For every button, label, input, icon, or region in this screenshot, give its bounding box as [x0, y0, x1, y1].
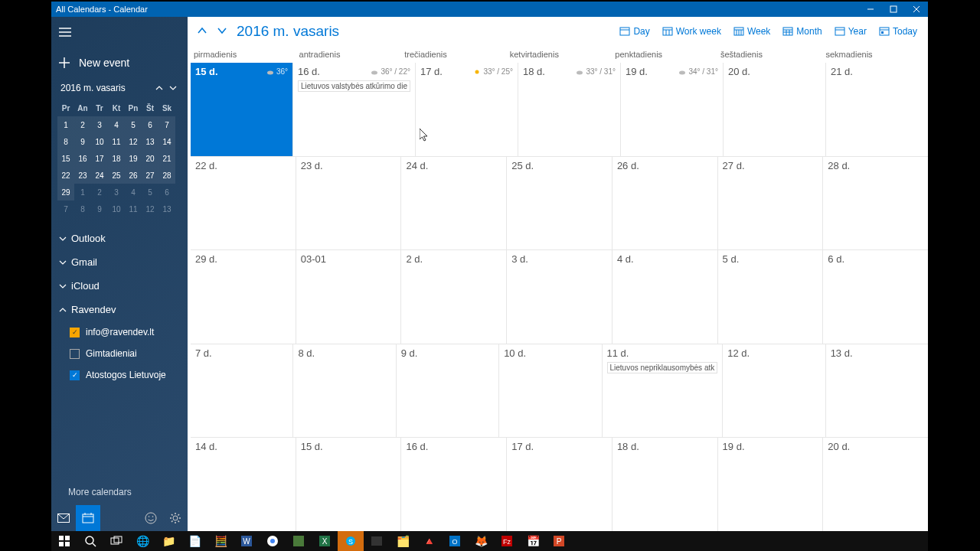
day-cell[interactable]: 23 d. [296, 157, 401, 250]
mini-cal-day[interactable]: 1 [74, 184, 91, 201]
tb-filezilla[interactable]: Fz [494, 531, 520, 551]
day-cell[interactable]: 24 d. [400, 157, 506, 250]
day-cell[interactable]: 6 d. [822, 250, 928, 344]
view-workweek-button[interactable]: Work week [658, 23, 726, 40]
checkbox-checked-icon[interactable]: ✓ [70, 328, 80, 337]
mini-cal-day[interactable]: 29 [57, 184, 74, 201]
next-period-button[interactable] [212, 21, 232, 41]
mini-cal-day[interactable]: 11 [125, 201, 142, 217]
account-icloud[interactable]: iCloud [51, 274, 188, 298]
prev-period-button[interactable] [192, 21, 212, 41]
mini-cal-day[interactable]: 13 [142, 133, 158, 150]
view-day-button[interactable]: Day [615, 23, 654, 40]
day-cell[interactable]: 18 d. [612, 438, 717, 531]
mini-cal-day[interactable]: 12 [142, 201, 158, 217]
day-cell[interactable]: 10 d. [498, 344, 601, 438]
mini-cal-day[interactable]: 22 [57, 167, 74, 184]
mini-cal-day[interactable]: 10 [91, 133, 108, 150]
view-week-button[interactable]: Week [729, 23, 775, 40]
mini-cal-day[interactable]: 25 [108, 167, 125, 184]
tb-edge[interactable]: 🌐 [129, 531, 155, 551]
view-year-button[interactable]: Year [830, 23, 871, 40]
maximize-button[interactable] [882, 2, 905, 17]
mini-cal-day[interactable]: 16 [74, 150, 91, 167]
mini-cal-day[interactable]: 7 [158, 116, 175, 133]
mini-cal-day[interactable]: 12 [125, 133, 142, 150]
mini-cal-day[interactable]: 17 [91, 150, 108, 167]
hamburger-menu[interactable] [51, 17, 188, 49]
mini-cal-prev[interactable] [152, 81, 166, 95]
mini-cal-day[interactable]: 1 [57, 116, 74, 133]
day-cell[interactable]: 17 d. [506, 438, 612, 531]
day-cell[interactable]: 14 d. [191, 438, 296, 531]
mini-cal-day[interactable]: 23 [74, 167, 91, 184]
tb-notepad[interactable]: 📄 [181, 531, 207, 551]
more-calendars-link[interactable]: More calendars [51, 481, 188, 504]
mini-cal-day[interactable]: 2 [91, 184, 108, 201]
day-cell[interactable]: 4 d. [612, 250, 717, 344]
mini-cal-day[interactable]: 21 [158, 150, 175, 167]
mini-cal-day[interactable]: 13 [158, 201, 175, 217]
day-cell[interactable]: 21 d. [825, 63, 928, 156]
day-cell[interactable]: 16 d. [400, 438, 506, 531]
taskbar[interactable]: 🌐 📁 📄 🧮 W X S 🗂️ 🔺 O 🦊 Fz 📅 P [51, 531, 928, 551]
day-cell[interactable]: 20 d. [822, 438, 928, 531]
day-cell[interactable]: 3 d. [506, 250, 612, 344]
mini-cal-day[interactable]: 24 [91, 167, 108, 184]
tb-skype[interactable]: S [338, 531, 364, 551]
mini-cal-day[interactable]: 10 [108, 201, 125, 217]
feedback-button[interactable] [139, 505, 163, 531]
calendar-event[interactable]: Lietuvos valstybės atkūrimo die [298, 80, 410, 92]
tb-calendar[interactable]: 📅 [520, 531, 546, 551]
day-cell[interactable]: 5 d. [717, 250, 823, 344]
day-cell[interactable]: 25 d. [506, 157, 612, 250]
mini-cal-day[interactable]: 8 [74, 201, 91, 217]
mini-cal-day[interactable]: 27 [142, 167, 158, 184]
day-cell[interactable]: 22 d. [191, 157, 296, 250]
account-outlook[interactable]: Outlook [51, 227, 188, 250]
start-button[interactable] [51, 531, 77, 551]
tb-chrome[interactable] [260, 531, 286, 551]
day-cell[interactable]: 26 d. [612, 157, 717, 250]
mini-cal-day[interactable]: 3 [91, 116, 108, 133]
day-cell[interactable]: 8 d. [292, 344, 395, 438]
mail-button[interactable] [51, 505, 76, 531]
mini-cal-day[interactable]: 4 [108, 116, 125, 133]
tb-excel[interactable]: X [312, 531, 338, 551]
mini-cal-day[interactable]: 9 [74, 133, 91, 150]
minimize-button[interactable] [859, 2, 882, 17]
day-cell[interactable]: 18 d.33° / 31° [518, 63, 620, 156]
tb-word[interactable]: W [234, 531, 260, 551]
mini-cal-day[interactable]: 14 [158, 133, 175, 150]
mini-cal-day[interactable]: 7 [57, 201, 74, 217]
mini-cal-day[interactable]: 9 [91, 201, 108, 217]
checkbox-checked-icon[interactable]: ✓ [70, 370, 80, 380]
mini-cal-day[interactable]: 4 [125, 184, 142, 201]
mini-cal-day[interactable]: 3 [108, 184, 125, 201]
calendar-gimtadieniai[interactable]: Gimtadieniai [67, 343, 188, 364]
calendar-event[interactable]: Lietuvos nepriklausomybės atk [607, 362, 718, 373]
view-today-button[interactable]: Today [874, 23, 922, 40]
mini-cal-day[interactable]: 26 [125, 167, 142, 184]
day-cell[interactable]: 2 d. [400, 250, 506, 344]
tb-explorer[interactable]: 📁 [155, 531, 181, 551]
mini-cal-day[interactable]: 6 [142, 116, 158, 133]
day-cell[interactable]: 13 d. [825, 344, 928, 438]
mini-cal-day[interactable]: 6 [158, 184, 175, 201]
tb-calculator[interactable]: 🧮 [207, 531, 234, 551]
close-button[interactable] [905, 2, 928, 17]
settings-button[interactable] [163, 505, 188, 531]
account-ravendev[interactable]: Ravendev [51, 298, 188, 321]
tb-app1[interactable] [286, 531, 312, 551]
tb-app2[interactable]: 🗂️ [390, 531, 416, 551]
mini-cal-day[interactable]: 20 [142, 150, 158, 167]
search-button[interactable] [77, 531, 103, 551]
day-cell[interactable]: 03-01 [296, 250, 401, 344]
mini-cal-day[interactable]: 5 [125, 116, 142, 133]
account-gmail[interactable]: Gmail [51, 250, 188, 274]
calendar-atostogos[interactable]: ✓Atostogos Lietuvoje [67, 364, 188, 386]
tb-firefox[interactable]: 🦊 [468, 531, 494, 551]
calendar-info[interactable]: ✓info@ravendev.lt [67, 321, 188, 343]
day-cell[interactable]: 17 d.33° / 25° [415, 63, 518, 156]
day-cell[interactable]: 28 d. [822, 157, 928, 250]
